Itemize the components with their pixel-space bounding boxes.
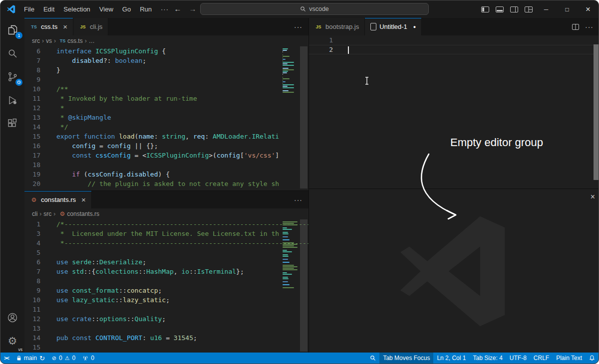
indentation-item[interactable]: Tab Size: 4 (469, 353, 506, 364)
code-line[interactable]: 16 config = config || {}; (24, 141, 308, 151)
code-line[interactable]: 9 (24, 75, 308, 84)
cursor-position-item[interactable]: Ln 2, Col 1 (433, 353, 469, 364)
activity-explorer[interactable]: 1 (0, 18, 24, 41)
code-line[interactable]: 6use serde::Deserialize; (24, 257, 308, 267)
more-actions-icon[interactable]: ··· (294, 196, 302, 204)
encoding-item[interactable]: UTF-8 (506, 353, 530, 364)
tab-cli-js[interactable]: JS cli.js (73, 18, 108, 35)
tab-css-ts[interactable]: TS css.ts × (24, 18, 73, 35)
editor-actions: ··· (294, 191, 308, 208)
menu-selection[interactable]: Selection (59, 0, 94, 18)
tab-untitled-1[interactable]: Untitled-1 ● (365, 18, 422, 35)
code-line[interactable]: 14pub const CONTROL_PORT: u16 = 31545; (24, 333, 308, 343)
code-line[interactable]: 7use std::{collections::HashMap, io::IsT… (24, 267, 308, 276)
maximize-button[interactable]: □ (557, 0, 578, 18)
code-line[interactable]: 10/** (24, 84, 308, 94)
code-line[interactable]: 10use lazy_static::lazy_static; (24, 295, 308, 305)
language-mode-item[interactable]: Plain Text (553, 353, 586, 364)
activity-accounts[interactable] (0, 306, 24, 329)
minimize-button[interactable]: ─ (536, 0, 557, 18)
code-line[interactable]: 15export function load(name: string, req… (24, 132, 308, 141)
remote-indicator[interactable]: >< (0, 353, 13, 364)
code-line[interactable]: 12use crate::options::Quality; (24, 314, 308, 324)
code-line[interactable]: 5 (24, 248, 308, 257)
scrollbar[interactable] (300, 46, 307, 188)
code-line[interactable]: 17 const cssConfig = <ICSSPluginConfig>(… (24, 151, 308, 160)
problems-item[interactable]: ⊘ 0 ⚠ 0 (48, 353, 79, 364)
menu-more-icon[interactable]: ··· (156, 0, 173, 18)
code-line[interactable]: 2 (309, 45, 599, 54)
menu-view[interactable]: View (95, 0, 118, 18)
code-line[interactable]: 8} (24, 65, 308, 75)
forward-icon[interactable]: → (186, 0, 199, 18)
tab-close-icon[interactable]: × (81, 195, 86, 204)
activity-run-debug[interactable] (0, 88, 24, 112)
code-line[interactable]: 8 (24, 276, 308, 286)
breadcrumb-item[interactable]: cli (32, 210, 37, 217)
toggle-panel-icon[interactable] (492, 0, 507, 18)
menu-file[interactable]: File (19, 0, 39, 18)
unsaved-dot-icon[interactable]: ● (413, 24, 416, 29)
menu-edit[interactable]: Edit (39, 0, 59, 18)
toggle-secondary-sidebar-icon[interactable] (507, 0, 521, 18)
code-line[interactable]: 11 (24, 305, 308, 314)
breadcrumb-item[interactable]: vs (46, 37, 52, 44)
ports-item[interactable]: 0 (79, 353, 98, 364)
code-line[interactable]: 7 disabled?: boolean; (24, 56, 308, 65)
tab-constants-rs[interactable]: ⚙ constants.rs × (24, 191, 92, 208)
code-line[interactable]: 13 * @skipMangle (24, 113, 308, 122)
chevron-right-icon: › (42, 37, 44, 44)
close-window-button[interactable]: × (578, 0, 599, 18)
minimap[interactable] (283, 221, 299, 289)
activity-extensions[interactable] (0, 112, 24, 135)
tab-bootstrap-js[interactable]: JS bootstrap.js (309, 18, 365, 35)
minimap[interactable] (283, 48, 299, 93)
command-center-search[interactable]: vscode (200, 3, 429, 15)
code-line[interactable]: 20 // the plugin is asked to not create … (24, 179, 308, 188)
code-line[interactable]: 11 * Invoked by the loader at run-time (24, 94, 308, 103)
scrollbar-thumb[interactable] (594, 44, 599, 180)
code-editor-constants-rs[interactable]: 1/*-------------------------------------… (24, 219, 308, 354)
code-line[interactable]: 18 (24, 160, 308, 170)
code-line[interactable]: 4 *-------------------------------------… (24, 238, 308, 248)
file-icon (370, 23, 376, 30)
breadcrumb-item[interactable]: src (43, 210, 51, 217)
customize-layout-icon[interactable] (521, 0, 536, 18)
code-line[interactable]: 3 * Licensed under the MIT License. See … (24, 229, 308, 238)
activity-settings[interactable]: ⚙ vs (0, 329, 24, 353)
search-icon (6, 47, 18, 59)
more-actions-icon[interactable]: ··· (294, 23, 302, 31)
scm-clock-badge (15, 79, 22, 86)
activity-search[interactable] (0, 41, 24, 65)
split-editor-icon[interactable] (572, 24, 579, 30)
code-line[interactable]: 9use const_format::concatcp; (24, 286, 308, 295)
zoom-item[interactable] (366, 353, 379, 364)
scrollbar[interactable] (300, 219, 307, 352)
code-line[interactable]: 15 (24, 343, 308, 352)
tab-moves-focus-item[interactable]: Tab Moves Focus (379, 353, 433, 364)
menu-run[interactable]: Run (135, 0, 156, 18)
status-bar: >< main ↻ ⊘ 0 ⚠ 0 0 (0, 353, 599, 364)
branch-item[interactable]: main ↻ (13, 353, 48, 364)
breadcrumb-item[interactable]: constants.rs (67, 210, 99, 217)
back-icon[interactable]: ← (171, 0, 184, 18)
code-line[interactable]: 1 (309, 35, 599, 45)
menu-go[interactable]: Go (118, 0, 135, 18)
code-line[interactable]: 12 * (24, 103, 308, 113)
activity-source-control[interactable] (0, 65, 24, 88)
code-editor-css-ts[interactable]: 6interface ICSSPluginConfig {7 disabled?… (24, 46, 308, 190)
tab-close-icon[interactable]: × (63, 22, 67, 31)
toggle-sidebar-icon[interactable] (478, 0, 492, 18)
breadcrumb-item[interactable]: css.ts (67, 37, 83, 44)
code-line[interactable]: 14 */ (24, 122, 308, 132)
code-line[interactable]: 13 (24, 324, 308, 333)
eol-item[interactable]: CRLF (530, 353, 553, 364)
code-line[interactable]: 6interface ICSSPluginConfig { (24, 46, 308, 56)
code-line[interactable]: 19 if (cssConfig.disabled) { (24, 170, 308, 179)
close-group-icon[interactable]: × (591, 193, 595, 201)
breadcrumb-item[interactable]: src (32, 37, 40, 44)
breadcrumb-item[interactable]: … (89, 37, 95, 44)
notifications-item[interactable] (586, 353, 599, 364)
more-actions-icon[interactable]: ··· (585, 23, 594, 31)
code-line[interactable]: 1/*-------------------------------------… (24, 219, 308, 229)
